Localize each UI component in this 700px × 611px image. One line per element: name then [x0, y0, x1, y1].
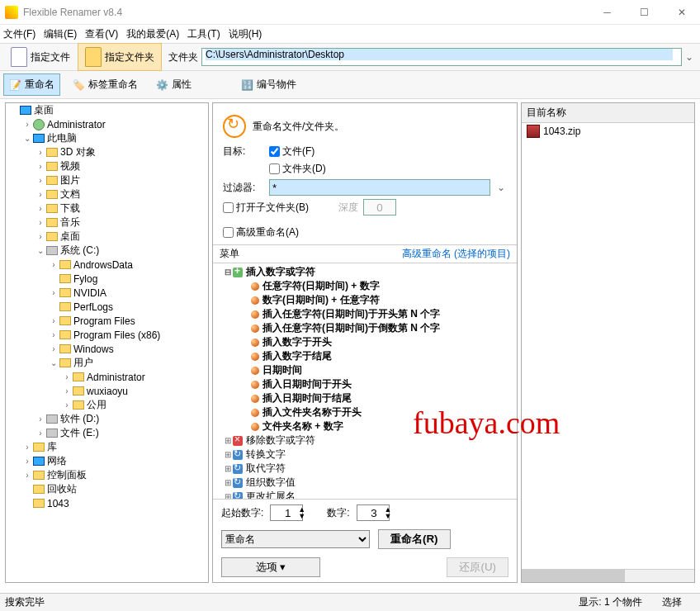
close-button[interactable]: ✕	[663, 0, 700, 25]
menu-tree-item[interactable]: 插入日期时间于结尾	[213, 391, 517, 405]
specify-folder-button[interactable]: 指定文件夹	[78, 43, 162, 71]
expand-icon[interactable]: ›	[62, 400, 72, 410]
menu-tree-item[interactable]: 文件夹名称 + 数字	[213, 419, 517, 433]
options-button[interactable]: 选项 ▾	[221, 557, 320, 577]
tree-item[interactable]: ›桌面	[6, 230, 208, 244]
maximize-button[interactable]: ☐	[626, 0, 663, 25]
expand-icon[interactable]: ⌄	[22, 134, 32, 143]
expand-icon[interactable]: ›	[35, 204, 45, 213]
menu-tree-item[interactable]: 插入任意字符(日期时间)于开头第 N 个字	[213, 307, 517, 321]
expand-icon[interactable]: ›	[49, 344, 59, 353]
tree-item[interactable]: ›Administrator	[6, 117, 208, 131]
menu-tree-item[interactable]: ⊟插入数字或字符	[213, 265, 517, 279]
tree-item[interactable]: ›Windows	[6, 342, 208, 356]
menu-tree-item[interactable]: 插入日期时间于开头	[213, 377, 517, 391]
attributes-button[interactable]: ⚙️ 属性	[150, 73, 197, 96]
action-select[interactable]: 重命名	[221, 530, 370, 548]
menu-tree-item[interactable]: ⊞取代字符	[213, 462, 517, 476]
expand-icon[interactable]: ›	[49, 288, 59, 297]
expand-icon[interactable]: ›	[22, 457, 32, 466]
spinner-icon[interactable]: ▲▼	[298, 506, 305, 519]
tree-item[interactable]: ›控制面板	[6, 468, 208, 482]
expand-icon[interactable]: ⊞	[223, 464, 233, 473]
folder-tree[interactable]: 桌面›Administrator⌄此电脑›3D 对象›视频›图片›文档›下载›音…	[5, 102, 209, 583]
tree-item[interactable]: Fylog	[6, 272, 208, 286]
menu-favorites[interactable]: 我的最爱(A)	[126, 27, 179, 41]
number-objects-button[interactable]: 🔢 编号物件	[235, 73, 302, 96]
target-file-checkbox[interactable]: 文件(F)	[269, 144, 315, 159]
menu-tree-item[interactable]: ⊞移除数字或字符	[213, 433, 517, 448]
menu-tree-item[interactable]: 插入数字于开头	[213, 335, 517, 349]
tree-item[interactable]: ⌄此电脑	[6, 131, 208, 145]
advanced-rename-link[interactable]: 高级重命名 (选择的项目)	[402, 247, 510, 261]
menu-tree-item[interactable]: 插入数字于结尾	[213, 349, 517, 363]
chevron-down-icon[interactable]: ⌄	[682, 51, 697, 63]
menu-file[interactable]: 文件(F)	[3, 27, 35, 41]
menu-tree-item[interactable]: ⊞转换文字	[213, 448, 517, 462]
minimize-button[interactable]: ─	[589, 0, 626, 25]
expand-icon[interactable]: ⊟	[223, 268, 233, 277]
tree-item[interactable]: ›Program Files (x86)	[6, 328, 208, 342]
expand-icon[interactable]: ›	[35, 190, 45, 199]
menu-tree-item[interactable]: ⊞组织数字值	[213, 476, 517, 490]
tree-item[interactable]: ›软件 (D:)	[6, 412, 208, 426]
tree-item[interactable]: ›wuxiaoyu	[6, 384, 208, 398]
rename-menu-tree[interactable]: ⊟插入数字或字符任意字符(日期时间) + 数字数字(日期时间) + 任意字符插入…	[213, 263, 517, 499]
tree-item[interactable]: ›库	[6, 440, 208, 454]
tree-item[interactable]: ›视频	[6, 159, 208, 173]
menu-view[interactable]: 查看(V)	[85, 27, 118, 41]
tree-item[interactable]: 1043	[6, 496, 208, 510]
expand-icon[interactable]: ⊞	[223, 450, 233, 459]
path-input[interactable]	[206, 49, 673, 60]
expand-icon[interactable]: ›	[35, 414, 45, 424]
target-folder-checkbox[interactable]: 文件夹(D)	[269, 162, 326, 176]
menu-tree-item[interactable]: 插入文件夹名称于开头	[213, 405, 517, 419]
rename-mode-button[interactable]: 📝 重命名	[3, 73, 60, 96]
column-header-name[interactable]: 目前名称	[522, 103, 694, 123]
chevron-down-icon[interactable]: ⌄	[495, 182, 507, 193]
spinner-icon[interactable]: ▲▼	[385, 506, 392, 519]
open-subfolder-checkbox[interactable]: 打开子文件夹(B)	[223, 201, 309, 215]
rename-button[interactable]: 重命名(R)	[378, 529, 451, 549]
expand-icon[interactable]: ›	[22, 120, 32, 129]
tree-item[interactable]: ›文件 (E:)	[6, 426, 208, 440]
expand-icon[interactable]: ⊞	[223, 492, 233, 499]
tree-item[interactable]: ›NVIDIA	[6, 286, 208, 300]
expand-icon[interactable]: ›	[35, 162, 45, 171]
expand-icon[interactable]: ›	[49, 330, 59, 339]
menu-tree-item[interactable]: 数字(日期时间) + 任意字符	[213, 293, 517, 307]
expand-icon[interactable]: ›	[35, 148, 45, 157]
expand-icon[interactable]: ⊞	[223, 436, 233, 445]
tree-item[interactable]: ›网络	[6, 454, 208, 468]
expand-icon[interactable]: ›	[62, 372, 72, 381]
menu-tree-item[interactable]: 日期时间	[213, 363, 517, 377]
tree-item[interactable]: ⌄用户	[6, 356, 208, 370]
menu-tree-item[interactable]: ⊞更改扩展名	[213, 490, 517, 499]
expand-icon[interactable]: ›	[22, 471, 32, 480]
expand-icon[interactable]: ⌄	[49, 358, 59, 367]
list-item[interactable]: 1043.zip	[522, 123, 694, 140]
expand-icon[interactable]: ›	[49, 316, 59, 325]
expand-icon[interactable]: ⌄	[35, 246, 45, 255]
tree-item[interactable]: ›文档	[6, 187, 208, 201]
expand-icon[interactable]: ›	[35, 232, 45, 241]
expand-icon[interactable]: ›	[35, 218, 45, 227]
tag-rename-button[interactable]: 🏷️ 标签重命名	[67, 73, 144, 96]
tree-item[interactable]: ›公用	[6, 398, 208, 412]
menu-help[interactable]: 说明(H)	[229, 27, 262, 41]
tree-item[interactable]: ›Program Files	[6, 314, 208, 328]
advanced-rename-checkbox[interactable]: 高级重命名(A)	[223, 225, 299, 239]
tree-item[interactable]: 桌面	[6, 103, 208, 117]
tree-item[interactable]: ›音乐	[6, 216, 208, 230]
tree-item[interactable]: ›下载	[6, 201, 208, 216]
horizontal-scrollbar[interactable]	[522, 569, 694, 582]
tree-item[interactable]: 回收站	[6, 482, 208, 496]
specify-file-button[interactable]: 指定文件	[3, 43, 78, 71]
menu-tree-item[interactable]: 插入任意字符(日期时间)于倒数第 N 个字	[213, 321, 517, 335]
expand-icon[interactable]: ›	[62, 386, 72, 395]
menu-tree-item[interactable]: 任意字符(日期时间) + 数字	[213, 279, 517, 293]
tree-item[interactable]: ›AndrowsData	[6, 258, 208, 272]
filter-input[interactable]	[269, 179, 490, 196]
expand-icon[interactable]: ›	[49, 260, 59, 269]
tree-item[interactable]: ›3D 对象	[6, 145, 208, 159]
